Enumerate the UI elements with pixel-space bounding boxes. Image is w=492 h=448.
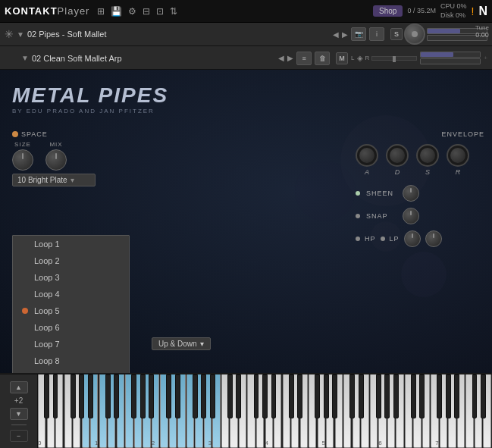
black-key-50[interactable] bbox=[481, 374, 486, 418]
collapse-icon[interactable]: ▼ bbox=[17, 30, 24, 39]
prev-instrument-2-button[interactable]: ◀ bbox=[278, 54, 284, 62]
black-key-5[interactable] bbox=[88, 374, 93, 418]
camera-button[interactable]: 📷 bbox=[351, 27, 366, 41]
octave-up-button[interactable]: ▲ bbox=[10, 381, 28, 393]
dropdown-item-7[interactable]: Loop 7 bbox=[13, 336, 129, 352]
snowflake-icon[interactable]: ✳ bbox=[5, 28, 14, 40]
save-icon[interactable]: 💾 bbox=[111, 6, 122, 17]
black-key-36[interactable] bbox=[359, 374, 364, 418]
black-key-25[interactable] bbox=[262, 374, 268, 418]
black-key-11[interactable] bbox=[140, 374, 146, 418]
black-key-4[interactable] bbox=[79, 374, 84, 418]
snap-led[interactable] bbox=[356, 214, 360, 218]
black-key-42[interactable] bbox=[411, 374, 416, 418]
next-instrument-2-button[interactable]: ▶ bbox=[287, 54, 293, 62]
empty-dot-icon bbox=[22, 341, 28, 347]
black-key-38[interactable] bbox=[376, 374, 381, 418]
release-label: R bbox=[456, 168, 461, 176]
dropdown-item-4[interactable]: Loop 4 bbox=[13, 286, 129, 302]
slider-bottom[interactable] bbox=[420, 58, 481, 64]
black-key-7[interactable] bbox=[105, 374, 111, 418]
lp-knob[interactable] bbox=[425, 230, 442, 247]
black-key-47[interactable] bbox=[454, 374, 459, 418]
black-key-12[interactable] bbox=[149, 374, 154, 418]
attack-knob[interactable] bbox=[356, 144, 378, 167]
black-key-39[interactable] bbox=[384, 374, 390, 418]
settings-icon[interactable]: ⚙ bbox=[128, 6, 136, 17]
s-button[interactable]: S bbox=[390, 28, 403, 40]
trash-button[interactable]: 🗑 bbox=[315, 52, 330, 65]
black-key-14[interactable] bbox=[166, 374, 171, 418]
sheen-led[interactable] bbox=[356, 191, 360, 196]
prev-instrument-button[interactable]: ◀ bbox=[333, 30, 339, 39]
dropdown-item-5[interactable]: Loop 5 bbox=[13, 302, 129, 319]
black-key-35[interactable] bbox=[349, 374, 355, 418]
dropdown-item-2[interactable]: Loop 2 bbox=[13, 252, 129, 269]
snap-knob[interactable] bbox=[403, 208, 419, 224]
black-key-45[interactable] bbox=[437, 374, 442, 418]
hp-knob[interactable] bbox=[404, 230, 421, 247]
black-key-26[interactable] bbox=[271, 374, 277, 418]
black-key-21[interactable] bbox=[227, 374, 233, 418]
sync-icon[interactable]: ⇅ bbox=[170, 6, 177, 17]
dropdown-item-3[interactable]: Loop 3 bbox=[13, 269, 129, 286]
dropdown-item-8[interactable]: Loop 8 bbox=[13, 352, 129, 369]
black-key-24[interactable] bbox=[254, 374, 259, 418]
volume-slider-2[interactable] bbox=[420, 52, 481, 58]
black-key-15[interactable] bbox=[175, 374, 180, 418]
dropdown-item-1[interactable]: Loop 1 bbox=[13, 236, 129, 252]
native-access-icon[interactable]: N bbox=[478, 5, 487, 18]
minus-button[interactable]: − bbox=[10, 430, 28, 442]
black-key-43[interactable] bbox=[419, 374, 425, 418]
rack-icon[interactable]: ⊟ bbox=[143, 6, 150, 17]
black-key-49[interactable] bbox=[472, 374, 478, 418]
black-key-29[interactable] bbox=[297, 374, 302, 418]
pan-slider[interactable] bbox=[371, 56, 417, 61]
decay-knob[interactable] bbox=[386, 144, 409, 167]
list-button[interactable]: ≡ bbox=[296, 52, 312, 65]
space-mix-knob[interactable] bbox=[45, 149, 67, 171]
black-key-28[interactable] bbox=[289, 374, 294, 418]
pattern-selector[interactable]: Up & Down ▾ bbox=[152, 337, 211, 350]
midi-icon[interactable]: ⊡ bbox=[156, 6, 164, 17]
octave-down-button[interactable]: ▼ bbox=[10, 408, 28, 420]
release-knob[interactable] bbox=[447, 144, 469, 167]
next-instrument-button[interactable]: ▶ bbox=[342, 30, 348, 39]
tune-knob[interactable] bbox=[404, 23, 425, 45]
black-key-10[interactable] bbox=[131, 374, 136, 418]
info-button[interactable]: i bbox=[369, 27, 384, 41]
hp-led[interactable] bbox=[356, 237, 360, 241]
black-key-0[interactable] bbox=[44, 374, 49, 418]
expand-icon-2[interactable]: ▼ bbox=[21, 54, 29, 62]
black-key-31[interactable] bbox=[315, 374, 320, 418]
space-dot[interactable] bbox=[12, 131, 18, 137]
plus-icon[interactable]: + bbox=[484, 55, 487, 61]
warning-icon[interactable]: ! bbox=[472, 5, 475, 17]
black-key-46[interactable] bbox=[446, 374, 451, 418]
dropdown-item-6[interactable]: Loop 6 bbox=[13, 319, 129, 336]
black-key-17[interactable] bbox=[193, 374, 198, 418]
reverb-dropdown[interactable]: 10 Bright Plate ▾ bbox=[12, 174, 96, 186]
m-button[interactable]: M bbox=[336, 52, 348, 64]
dropdown-item-label: Loop 8 bbox=[34, 356, 60, 365]
lp-led[interactable] bbox=[381, 237, 385, 241]
black-key-3[interactable] bbox=[71, 374, 76, 418]
black-key-40[interactable] bbox=[393, 374, 399, 418]
space-size-knob[interactable] bbox=[12, 149, 33, 171]
black-key-1[interactable] bbox=[53, 374, 58, 418]
black-key-19[interactable] bbox=[210, 374, 215, 418]
black-key-8[interactable] bbox=[114, 374, 119, 418]
empty-dot-icon bbox=[22, 324, 28, 331]
browse-icon[interactable]: ⊞ bbox=[97, 6, 105, 17]
shop-button[interactable]: Shop bbox=[373, 5, 403, 17]
sheen-knob[interactable] bbox=[403, 185, 419, 202]
adsr-row: A D S R bbox=[356, 144, 484, 176]
keyboard-number-4: 4 bbox=[265, 440, 268, 446]
dropdown-item-9[interactable]: Loop 9 bbox=[13, 369, 129, 373]
black-key-22[interactable] bbox=[236, 374, 241, 418]
black-key-32[interactable] bbox=[324, 374, 329, 418]
sustain-knob[interactable] bbox=[416, 144, 439, 167]
black-key-18[interactable] bbox=[201, 374, 206, 418]
size-label: SIZE bbox=[14, 141, 31, 148]
black-key-33[interactable] bbox=[332, 374, 337, 418]
